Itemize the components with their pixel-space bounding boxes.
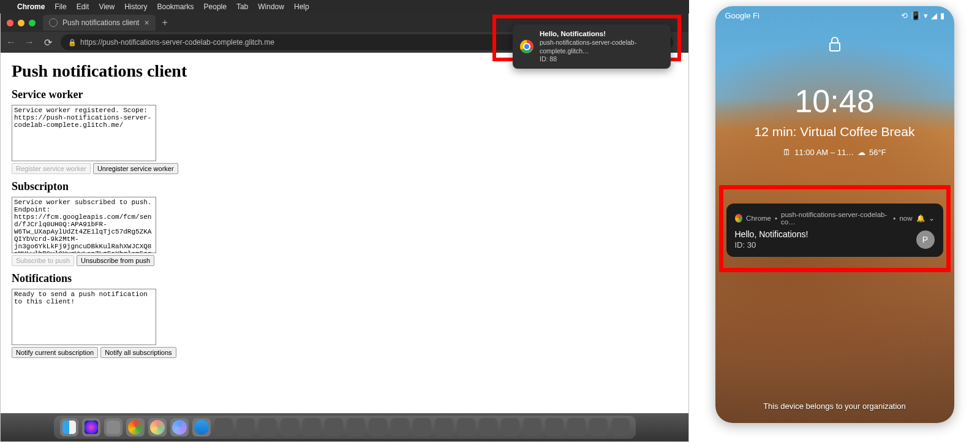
close-window-icon[interactable] [7, 20, 13, 26]
dock-trash-icon[interactable] [611, 418, 630, 436]
dock-app-icon[interactable] [545, 418, 564, 436]
lock-icon: 🔒 [68, 39, 77, 47]
window-controls [7, 20, 36, 26]
svg-rect-0 [830, 43, 840, 51]
dock-chromium-icon[interactable] [170, 418, 189, 436]
notif-textarea[interactable] [12, 289, 156, 345]
notify-all-button[interactable]: Notify all subscriptions [100, 347, 176, 358]
menu-help[interactable]: Help [294, 2, 309, 11]
status-bar: Google Fi ⟲ 📳 ▾ ◢ ▮ [715, 6, 954, 25]
android-notification[interactable]: Chrome • push-notifications-server-codel… [726, 204, 943, 257]
dock-app-icon[interactable] [391, 418, 409, 436]
dock-app-icon[interactable] [413, 418, 431, 436]
globe-icon [49, 18, 58, 27]
dot-sep: • [893, 215, 895, 222]
dock-app-icon[interactable] [369, 418, 387, 436]
signal-icon: ◢ [931, 11, 937, 20]
battery-icon: ▮ [940, 11, 944, 20]
chrome-icon [735, 214, 743, 223]
notif-title: Hello, Notifications! [735, 229, 809, 239]
dock-app-icon[interactable] [281, 418, 299, 436]
org-notice: This device belongs to your organization [715, 402, 954, 411]
temperature: 56°F [869, 148, 886, 157]
menu-edit[interactable]: Edit [77, 2, 89, 11]
reload-icon[interactable]: ⟳ [42, 37, 53, 48]
notify-current-button[interactable]: Notify current subscription [12, 347, 98, 358]
register-sw-button: Register service worker [12, 163, 91, 174]
notif-source: push-notifications-server-codelab-co… [781, 211, 889, 226]
close-tab-icon[interactable]: ✕ [144, 19, 149, 27]
toast-id: ID: 88 [540, 55, 663, 64]
carrier-label: Google Fi [725, 11, 760, 20]
dock-chrome-canary-icon[interactable] [148, 418, 167, 436]
lock-icon [715, 36, 954, 56]
back-icon[interactable]: ← [6, 37, 17, 48]
dock-finder-icon[interactable] [60, 418, 78, 436]
dock-app-icon[interactable] [457, 418, 475, 436]
menubar-app[interactable]: Chrome [17, 2, 45, 11]
notif-app: Chrome [746, 215, 771, 222]
calendar-icon: 🗓 [783, 148, 791, 157]
dock-launchpad-icon[interactable] [104, 418, 123, 436]
sw-heading: Service worker [12, 88, 677, 101]
menu-tab[interactable]: Tab [236, 2, 248, 11]
event-time: 11:00 AM – 11… [794, 148, 854, 157]
bell-icon: 🔔 [916, 214, 925, 223]
clock: 10:48 [715, 83, 954, 120]
notif-when: now [899, 215, 912, 222]
minimize-window-icon[interactable] [18, 20, 24, 26]
dock-chrome-icon[interactable] [126, 418, 145, 436]
menu-bookmarks[interactable]: Bookmarks [157, 2, 194, 11]
toast-title: Hello, Notifications! [540, 29, 663, 39]
chevron-down-icon[interactable]: ⌄ [929, 214, 935, 223]
page-content: Push notifications client Service worker… [1, 53, 688, 413]
hotspot-icon: ⟲ [901, 11, 908, 20]
weather-line: 🗓 11:00 AM – 11… ☁ 56°F [715, 148, 954, 157]
menu-history[interactable]: History [124, 2, 147, 11]
menu-window[interactable]: Window [258, 2, 284, 11]
vibrate-icon: 📳 [911, 11, 921, 20]
subscribe-button: Subscribe to push [12, 255, 74, 266]
dock-app-icon[interactable] [567, 418, 586, 436]
dock-app-icon[interactable] [347, 418, 365, 436]
phone-lockscreen: Google Fi ⟲ 📳 ▾ ◢ ▮ 10:48 [715, 6, 954, 423]
dock-app-icon[interactable] [325, 418, 343, 436]
menu-file[interactable]: File [55, 2, 66, 11]
dock-safari-icon[interactable] [192, 418, 211, 436]
tab-title: Push notifications client [62, 18, 139, 27]
notif-heading: Notifications [12, 272, 677, 285]
browser-tab[interactable]: Push notifications client ✕ [43, 15, 156, 31]
dock-app-icon[interactable] [589, 418, 608, 436]
unsubscribe-button[interactable]: Unsubscribe from push [77, 255, 154, 266]
dock-app-icon[interactable] [214, 418, 233, 436]
url-text: https://push-notifications-server-codela… [80, 38, 274, 47]
sub-heading: Subscripton [12, 180, 677, 193]
sw-textarea[interactable] [12, 105, 156, 161]
dock-app-icon[interactable] [523, 418, 541, 436]
dock-app-icon[interactable] [479, 418, 497, 436]
chrome-icon [520, 40, 533, 53]
cloud-icon: ☁ [858, 148, 865, 157]
mac-notification-toast[interactable]: Hello, Notifications! push-notifications… [513, 25, 671, 69]
sub-textarea[interactable] [12, 197, 156, 253]
dock-app-icon[interactable] [236, 418, 255, 436]
chrome-window: Push notifications client ✕ + ← → ⟳ 🔒 ht… [0, 13, 689, 442]
new-tab-button[interactable]: + [156, 17, 173, 28]
dock-app-icon[interactable] [501, 418, 519, 436]
dock-siri-icon[interactable] [82, 418, 100, 436]
maximize-window-icon[interactable] [29, 20, 36, 26]
avatar: P [916, 231, 935, 249]
dock-app-icon[interactable] [303, 418, 321, 436]
toast-source: push-notifications-server-codelab-comple… [540, 39, 663, 55]
mac-menubar: Chrome File Edit View History Bookmarks … [0, 0, 689, 13]
menu-people[interactable]: People [204, 2, 227, 11]
forward-icon[interactable]: → [24, 37, 35, 48]
dock-app-icon[interactable] [435, 418, 453, 436]
dot-sep: • [775, 215, 777, 222]
dock-app-icon[interactable] [258, 418, 277, 436]
unregister-sw-button[interactable]: Unregister service worker [93, 163, 178, 174]
menu-view[interactable]: View [99, 2, 115, 11]
notif-id: ID: 30 [735, 240, 809, 250]
dock [1, 413, 688, 441]
calendar-event: 12 min: Virtual Coffee Break [715, 124, 954, 139]
